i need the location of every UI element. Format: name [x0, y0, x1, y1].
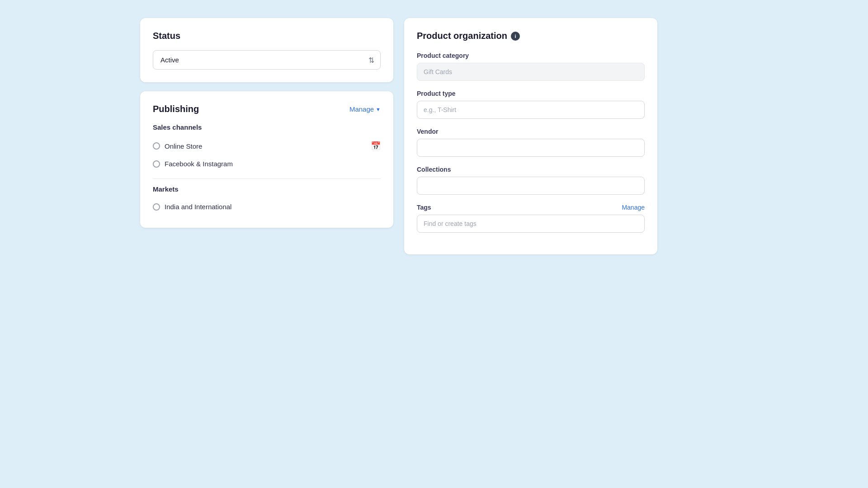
publishing-manage-link[interactable]: Manage ▼ — [349, 105, 381, 113]
info-icon[interactable]: i — [511, 32, 520, 41]
radio-online-store[interactable] — [153, 142, 160, 150]
online-store-label: Online Store — [165, 142, 202, 150]
collections-label: Collections — [417, 166, 645, 173]
product-category-group: Product category Gift Cards — [417, 52, 645, 81]
product-type-label: Product type — [417, 90, 645, 97]
india-international-label: India and International — [165, 203, 231, 211]
product-org-title: Product organization — [417, 31, 507, 41]
status-select[interactable]: Active Draft Archived — [153, 50, 381, 70]
tags-label-row: Tags Manage — [417, 204, 645, 211]
publishing-card-title: Publishing — [153, 104, 199, 114]
status-card-title: Status — [153, 31, 381, 41]
tags-manage-link[interactable]: Manage — [622, 204, 645, 211]
facebook-instagram-label: Facebook & Instagram — [165, 160, 233, 168]
channel-facebook-instagram: Facebook & Instagram — [153, 155, 381, 172]
product-type-input[interactable] — [417, 101, 645, 119]
vendor-input[interactable] — [417, 139, 645, 157]
status-card: Status Active Draft Archived ⇅ — [140, 18, 393, 82]
left-column: Status Active Draft Archived ⇅ Publishin… — [140, 18, 393, 254]
vendor-label: Vendor — [417, 128, 645, 135]
product-org-card: Product organization i Product category … — [404, 18, 657, 254]
market-india-international: India and International — [153, 198, 381, 215]
vendor-group: Vendor — [417, 128, 645, 157]
page-layout: Status Active Draft Archived ⇅ Publishin… — [140, 9, 728, 263]
collections-group: Collections — [417, 166, 645, 195]
product-type-group: Product type — [417, 90, 645, 119]
markets-label: Markets — [153, 185, 381, 193]
channel-divider — [153, 178, 381, 179]
product-category-value: Gift Cards — [417, 63, 645, 81]
radio-india-international[interactable] — [153, 203, 160, 211]
publishing-card: Publishing Manage ▼ Sales channels Onlin… — [140, 91, 393, 228]
tags-label: Tags — [417, 204, 431, 211]
status-select-wrapper: Active Draft Archived ⇅ — [153, 50, 381, 70]
sales-channels-label: Sales channels — [153, 123, 381, 131]
chevron-down-icon: ▼ — [376, 107, 381, 112]
product-org-title-row: Product organization i — [417, 31, 645, 41]
right-column: Product organization i Product category … — [404, 18, 657, 254]
tags-input[interactable] — [417, 215, 645, 233]
calendar-icon[interactable]: 📅 — [371, 141, 381, 151]
tags-group: Tags Manage — [417, 204, 645, 233]
radio-facebook-instagram[interactable] — [153, 160, 160, 168]
publishing-card-header: Publishing Manage ▼ — [153, 104, 381, 114]
channel-online-store: Online Store 📅 — [153, 136, 381, 155]
product-category-label: Product category — [417, 52, 645, 59]
collections-input[interactable] — [417, 177, 645, 195]
